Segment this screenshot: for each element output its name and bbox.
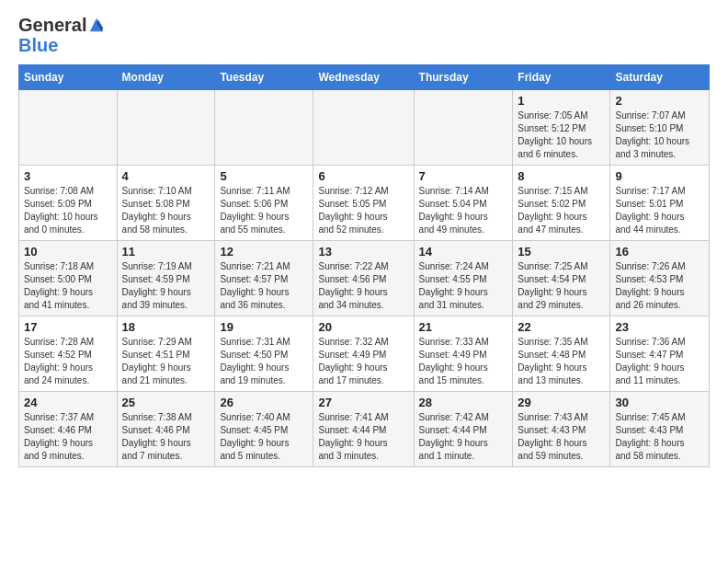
day-info: Sunrise: 7:45 AM Sunset: 4:43 PM Dayligh… [615,411,704,463]
day-number: 1 [518,94,605,108]
day-number: 20 [318,320,408,334]
logo: General Blue [18,15,105,55]
day-cell: 25Sunrise: 7:38 AM Sunset: 4:46 PM Dayli… [117,392,215,467]
day-info: Sunrise: 7:22 AM Sunset: 4:56 PM Dayligh… [318,260,408,312]
week-row-3: 17Sunrise: 7:28 AM Sunset: 4:52 PM Dayli… [19,316,710,392]
day-cell: 20Sunrise: 7:32 AM Sunset: 4:49 PM Dayli… [313,316,414,392]
day-number: 29 [518,396,605,409]
day-number: 7 [419,169,508,183]
day-info: Sunrise: 7:08 AM Sunset: 5:09 PM Dayligh… [24,185,112,236]
day-cell: 24Sunrise: 7:37 AM Sunset: 4:46 PM Dayli… [19,392,118,467]
day-cell: 15Sunrise: 7:25 AM Sunset: 4:54 PM Dayli… [513,241,610,316]
day-cell: 5Sunrise: 7:11 AM Sunset: 5:06 PM Daylig… [215,166,313,241]
day-cell: 9Sunrise: 7:17 AM Sunset: 5:01 PM Daylig… [610,166,710,241]
day-info: Sunrise: 7:17 AM Sunset: 5:01 PM Dayligh… [615,185,704,236]
day-cell: 19Sunrise: 7:31 AM Sunset: 4:50 PM Dayli… [215,316,313,392]
logo-blue: Blue [18,35,105,55]
week-row-1: 3Sunrise: 7:08 AM Sunset: 5:09 PM Daylig… [19,166,710,241]
day-cell: 21Sunrise: 7:33 AM Sunset: 4:49 PM Dayli… [414,316,513,392]
day-number: 9 [615,169,704,183]
day-number: 25 [122,396,210,409]
day-cell [313,90,414,166]
day-cell: 30Sunrise: 7:45 AM Sunset: 4:43 PM Dayli… [610,392,710,467]
day-info: Sunrise: 7:41 AM Sunset: 4:44 PM Dayligh… [318,411,408,463]
calendar: SundayMondayTuesdayWednesdayThursdayFrid… [18,64,710,467]
day-cell: 7Sunrise: 7:14 AM Sunset: 5:04 PM Daylig… [414,166,513,241]
day-info: Sunrise: 7:42 AM Sunset: 4:44 PM Dayligh… [419,411,508,463]
day-number: 14 [419,245,508,259]
day-cell [215,90,313,166]
day-info: Sunrise: 7:25 AM Sunset: 4:54 PM Dayligh… [518,260,605,312]
day-info: Sunrise: 7:15 AM Sunset: 5:02 PM Dayligh… [518,185,605,236]
weekday-sunday: Sunday [19,65,118,90]
day-info: Sunrise: 7:21 AM Sunset: 4:57 PM Dayligh… [220,260,308,312]
day-number: 12 [220,245,308,259]
day-cell: 1Sunrise: 7:05 AM Sunset: 5:12 PM Daylig… [513,90,610,166]
day-info: Sunrise: 7:11 AM Sunset: 5:06 PM Dayligh… [220,185,308,236]
day-cell: 4Sunrise: 7:10 AM Sunset: 5:08 PM Daylig… [117,166,215,241]
day-cell: 23Sunrise: 7:36 AM Sunset: 4:47 PM Dayli… [610,316,710,392]
day-info: Sunrise: 7:33 AM Sunset: 4:49 PM Dayligh… [419,336,508,387]
day-number: 28 [419,396,508,409]
day-cell: 3Sunrise: 7:08 AM Sunset: 5:09 PM Daylig… [19,166,118,241]
day-number: 27 [318,396,408,409]
day-info: Sunrise: 7:28 AM Sunset: 4:52 PM Dayligh… [24,336,112,387]
day-info: Sunrise: 7:18 AM Sunset: 5:00 PM Dayligh… [24,260,112,312]
weekday-tuesday: Tuesday [215,65,313,90]
day-cell: 11Sunrise: 7:19 AM Sunset: 4:59 PM Dayli… [117,241,215,316]
day-info: Sunrise: 7:31 AM Sunset: 4:50 PM Dayligh… [220,336,308,387]
day-info: Sunrise: 7:37 AM Sunset: 4:46 PM Dayligh… [24,411,112,463]
day-cell: 28Sunrise: 7:42 AM Sunset: 4:44 PM Dayli… [414,392,513,467]
day-info: Sunrise: 7:35 AM Sunset: 4:48 PM Dayligh… [518,336,605,387]
day-number: 23 [615,320,704,334]
day-info: Sunrise: 7:32 AM Sunset: 4:49 PM Dayligh… [318,336,408,387]
day-info: Sunrise: 7:36 AM Sunset: 4:47 PM Dayligh… [615,336,704,387]
day-number: 19 [220,320,308,334]
weekday-header-row: SundayMondayTuesdayWednesdayThursdayFrid… [19,65,710,90]
weekday-saturday: Saturday [610,65,710,90]
day-cell: 2Sunrise: 7:07 AM Sunset: 5:10 PM Daylig… [610,90,710,166]
day-number: 2 [615,94,704,108]
day-number: 16 [615,245,704,259]
logo-icon [88,17,105,33]
day-number: 4 [122,169,210,183]
day-info: Sunrise: 7:24 AM Sunset: 4:55 PM Dayligh… [419,260,508,312]
day-number: 17 [24,320,112,334]
day-info: Sunrise: 7:19 AM Sunset: 4:59 PM Dayligh… [122,260,210,312]
day-cell: 29Sunrise: 7:43 AM Sunset: 4:43 PM Dayli… [513,392,610,467]
day-number: 10 [24,245,112,259]
day-info: Sunrise: 7:38 AM Sunset: 4:46 PM Dayligh… [122,411,210,463]
day-info: Sunrise: 7:14 AM Sunset: 5:04 PM Dayligh… [419,185,508,236]
day-info: Sunrise: 7:29 AM Sunset: 4:51 PM Dayligh… [122,336,210,387]
week-row-4: 24Sunrise: 7:37 AM Sunset: 4:46 PM Dayli… [19,392,710,467]
day-info: Sunrise: 7:12 AM Sunset: 5:05 PM Dayligh… [318,185,408,236]
header: General Blue [18,15,710,55]
day-cell: 16Sunrise: 7:26 AM Sunset: 4:53 PM Dayli… [610,241,710,316]
weekday-thursday: Thursday [414,65,513,90]
day-number: 22 [518,320,605,334]
day-number: 6 [318,169,408,183]
day-info: Sunrise: 7:26 AM Sunset: 4:53 PM Dayligh… [615,260,704,312]
day-number: 26 [220,396,308,409]
weekday-friday: Friday [513,65,610,90]
day-info: Sunrise: 7:40 AM Sunset: 4:45 PM Dayligh… [220,411,308,463]
day-number: 21 [419,320,508,334]
day-number: 13 [318,245,408,259]
day-number: 15 [518,245,605,259]
day-number: 3 [24,169,112,183]
day-cell: 10Sunrise: 7:18 AM Sunset: 5:00 PM Dayli… [19,241,118,316]
day-cell [414,90,513,166]
day-cell: 26Sunrise: 7:40 AM Sunset: 4:45 PM Dayli… [215,392,313,467]
day-cell: 13Sunrise: 7:22 AM Sunset: 4:56 PM Dayli… [313,241,414,316]
day-info: Sunrise: 7:10 AM Sunset: 5:08 PM Dayligh… [122,185,210,236]
logo-general: General [18,15,86,35]
day-number: 5 [220,169,308,183]
day-cell: 8Sunrise: 7:15 AM Sunset: 5:02 PM Daylig… [513,166,610,241]
day-cell [117,90,215,166]
day-number: 11 [122,245,210,259]
week-row-2: 10Sunrise: 7:18 AM Sunset: 5:00 PM Dayli… [19,241,710,316]
weekday-wednesday: Wednesday [313,65,414,90]
day-number: 24 [24,396,112,409]
day-cell: 6Sunrise: 7:12 AM Sunset: 5:05 PM Daylig… [313,166,414,241]
page: General Blue SundayMondayTuesdayWednesda… [0,0,728,563]
